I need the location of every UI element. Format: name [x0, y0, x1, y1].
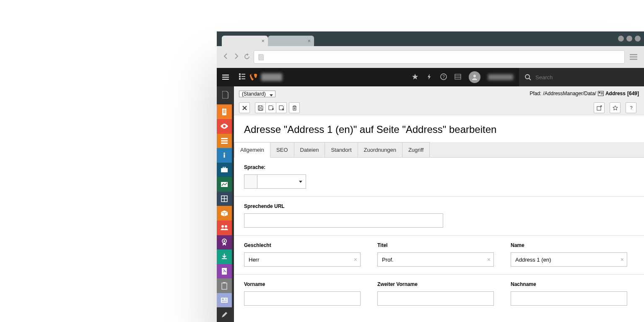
sidebar-item-package[interactable] — [217, 206, 232, 221]
address-icon — [598, 91, 604, 96]
sidebar-item-users[interactable] — [217, 221, 232, 235]
save-new-button[interactable] — [265, 102, 276, 113]
clear-icon[interactable]: × — [621, 256, 624, 263]
svg-rect-5 — [222, 79, 229, 80]
firstname-input[interactable] — [244, 291, 361, 306]
save-close-button[interactable] — [276, 102, 287, 113]
bookmark-button[interactable] — [610, 102, 621, 113]
firstname-label: Vorname — [244, 281, 361, 287]
lastname-label: Nachname — [511, 281, 627, 287]
layout-select[interactable]: (Standard) — [239, 91, 275, 97]
search-input[interactable] — [535, 74, 619, 80]
language-label: Sprache: — [244, 164, 634, 170]
sidebar-item-download[interactable] — [217, 249, 232, 264]
breadcrumb: Pfad: /AddressManager/Data/ Address [649… — [530, 91, 639, 96]
sidebar-item-news[interactable] — [217, 293, 232, 308]
middlename-input[interactable] — [377, 291, 494, 306]
svg-point-24 — [223, 125, 226, 127]
reload-icon[interactable] — [244, 53, 250, 61]
svg-rect-44 — [221, 298, 228, 303]
sidebar-item-info[interactable] — [217, 148, 232, 163]
content-header: (Standard) Pfad: /AddressManager/Data/ A… — [234, 86, 644, 115]
tab-seo[interactable]: SEO — [270, 142, 294, 157]
svg-rect-45 — [222, 299, 224, 300]
close-button[interactable] — [239, 102, 250, 113]
svg-rect-40 — [222, 258, 227, 259]
back-icon[interactable] — [222, 52, 229, 62]
tab-files[interactable]: Dateien — [294, 142, 325, 157]
list-icon[interactable] — [454, 73, 461, 81]
close-icon[interactable]: × — [261, 38, 265, 44]
tab-assignments[interactable]: Zuordnungen — [358, 142, 402, 157]
name-label: Name — [511, 242, 627, 248]
sidebar-item-pencil[interactable] — [217, 307, 232, 322]
avatar[interactable] — [469, 71, 480, 83]
middlename-label: Zweiter Vorname — [377, 281, 494, 287]
sidebar-item-chart[interactable] — [217, 177, 232, 192]
save-button[interactable] — [255, 102, 266, 113]
app-name-blurred — [261, 73, 282, 81]
clear-icon[interactable]: × — [487, 256, 491, 263]
name-input[interactable] — [511, 252, 627, 267]
window-control-dot[interactable] — [635, 36, 641, 42]
username-blurred — [488, 74, 513, 80]
clear-icon[interactable]: × — [354, 256, 357, 263]
window-control-dot[interactable] — [626, 36, 632, 42]
svg-rect-11 — [242, 78, 245, 79]
browser-tab-inactive[interactable]: × — [268, 36, 314, 46]
svg-text:?: ? — [442, 75, 445, 79]
sidebar-item-grid[interactable] — [217, 192, 232, 206]
forward-icon[interactable] — [233, 52, 240, 62]
help-icon[interactable]: ? — [440, 73, 447, 81]
share-button[interactable] — [594, 102, 605, 113]
tab-access[interactable]: Zugriff — [402, 142, 430, 157]
tab-general[interactable]: Allgemein — [234, 142, 270, 158]
flag-icon — [244, 174, 257, 189]
close-icon[interactable]: × — [307, 38, 311, 44]
svg-text:?: ? — [630, 105, 632, 110]
search-box[interactable] — [519, 68, 644, 86]
logo-section — [234, 73, 287, 82]
sidebar-item-page[interactable] — [217, 86, 234, 103]
lastname-input[interactable] — [511, 291, 627, 306]
title-label: Titel — [377, 242, 494, 248]
sidebar-item-briefcase[interactable] — [217, 163, 232, 177]
sidebar-item-edit[interactable] — [217, 264, 232, 279]
svg-point-36 — [221, 225, 224, 228]
svg-rect-9 — [242, 76, 245, 77]
svg-rect-0 — [630, 54, 637, 55]
url-input[interactable] — [244, 213, 443, 228]
svg-rect-20 — [222, 109, 226, 115]
sidebar-toggle[interactable] — [217, 75, 234, 80]
window-titlebar: × × — [217, 31, 644, 46]
gender-input[interactable] — [244, 252, 361, 267]
svg-rect-43 — [223, 282, 226, 283]
svg-rect-29 — [224, 154, 225, 158]
svg-rect-28 — [224, 153, 225, 154]
url-input[interactable] — [254, 50, 625, 64]
svg-point-39 — [223, 240, 225, 242]
window-control-dot[interactable] — [618, 36, 624, 42]
title-input[interactable] — [377, 252, 494, 267]
browser-tabs: × × — [222, 36, 314, 46]
language-select[interactable] — [244, 174, 634, 189]
sidebar-item-award[interactable] — [217, 235, 232, 250]
star-icon[interactable] — [412, 73, 418, 81]
sidebar-item-doc[interactable] — [217, 104, 232, 119]
sidebar-item-list[interactable] — [217, 134, 232, 148]
browser-tab-active[interactable]: × — [222, 36, 268, 46]
bolt-icon[interactable] — [426, 73, 433, 81]
list-tree-icon[interactable] — [239, 73, 245, 81]
tab-bar: Allgemein SEO Dateien Standort Zuordnung… — [234, 142, 644, 158]
svg-point-17 — [473, 75, 476, 77]
svg-rect-23 — [223, 112, 226, 113]
sidebar-item-view[interactable] — [217, 119, 232, 134]
svg-rect-49 — [222, 301, 227, 302]
menu-icon[interactable] — [628, 51, 639, 64]
tab-location[interactable]: Standort — [325, 142, 358, 157]
svg-rect-14 — [455, 74, 461, 79]
delete-button[interactable] — [289, 102, 300, 113]
sidebar-item-clipboard[interactable] — [217, 278, 232, 293]
help-button[interactable]: ? — [626, 102, 636, 113]
svg-rect-46 — [225, 299, 227, 299]
